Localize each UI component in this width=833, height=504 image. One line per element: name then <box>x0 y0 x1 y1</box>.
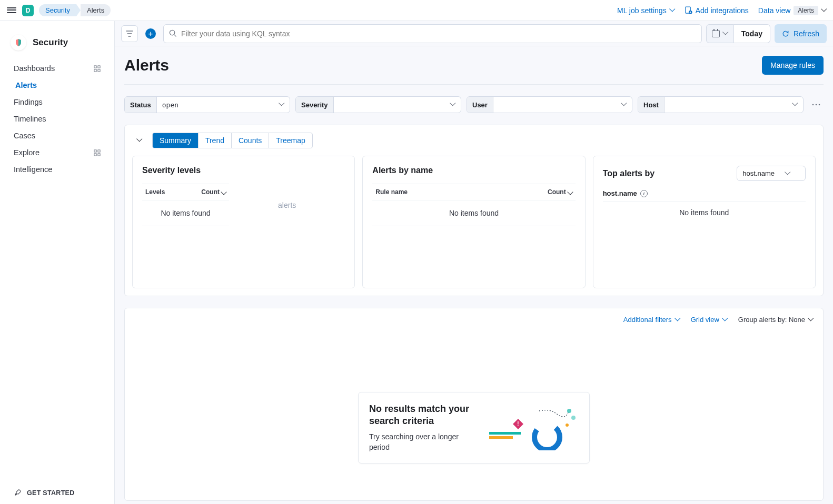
grid-icon <box>94 149 101 156</box>
user-filter[interactable]: User <box>467 96 632 113</box>
data-view-value: Alerts <box>794 6 818 15</box>
plus-circle-icon: + <box>145 28 156 39</box>
col-count-sort[interactable]: Count <box>548 188 572 196</box>
data-view-select[interactable]: Data view Alerts <box>758 6 827 15</box>
get-started-label: GET STARTED <box>27 489 75 497</box>
sidebar-item-timelines[interactable]: Timelines <box>0 110 114 127</box>
svg-rect-15 <box>489 436 513 439</box>
add-integrations-icon <box>685 6 692 14</box>
col-levels[interactable]: Levels <box>145 188 165 196</box>
filter-label-user: User <box>467 97 493 113</box>
chevron-down-icon <box>675 317 680 322</box>
date-quick-today[interactable]: Today <box>734 24 770 43</box>
sort-down-icon <box>222 190 226 194</box>
svg-point-10 <box>170 30 174 35</box>
sidebar-item-explore[interactable]: Explore <box>0 144 114 161</box>
ml-job-settings-link[interactable]: ML job settings <box>617 6 675 15</box>
severity-levels-card: Severity levels Levels Count <box>132 156 355 288</box>
tab-treemap[interactable]: Treemap <box>269 133 312 148</box>
add-integrations-label: Add integrations <box>696 6 749 15</box>
date-picker-button[interactable] <box>706 24 734 43</box>
filter-label-host: Host <box>638 97 665 113</box>
svg-rect-7 <box>98 149 100 152</box>
nav-menu-icon[interactable] <box>6 5 17 16</box>
svg-rect-2 <box>94 65 96 67</box>
grid-icon <box>94 65 101 72</box>
manage-rules-button[interactable]: Manage rules <box>762 56 824 75</box>
collapse-panel-button[interactable] <box>132 133 147 148</box>
empty-illustration: ! <box>489 403 579 445</box>
svg-rect-9 <box>98 153 100 155</box>
add-integrations-link[interactable]: Add integrations <box>685 6 749 15</box>
calendar-icon <box>712 30 720 37</box>
additional-filters-label: Additional filters <box>623 316 672 324</box>
sidebar-item-label: Dashboards <box>14 64 55 73</box>
empty-description: Try searching over a longer period <box>369 432 479 452</box>
chevron-down-icon <box>808 317 814 322</box>
chevron-down-icon <box>450 102 455 107</box>
filter-value-status: open <box>157 101 274 109</box>
empty-state-card: No results match your search criteria Tr… <box>358 392 590 463</box>
host-filter[interactable]: Host <box>638 96 804 113</box>
breadcrumb-alerts: Alerts <box>81 4 111 16</box>
no-items-text: No items found <box>372 200 575 226</box>
chart-placeholder-text: alerts <box>278 201 296 209</box>
sidebar-item-dashboards[interactable]: Dashboards <box>0 60 114 77</box>
severity-chart-placeholder: alerts <box>229 184 345 226</box>
sidebar-item-intelligence[interactable]: Intelligence <box>0 161 114 178</box>
sidebar-item-label: Cases <box>14 132 35 140</box>
page-title: Alerts <box>124 56 169 74</box>
severity-filter[interactable]: Severity <box>295 96 461 113</box>
sidebar-item-cases[interactable]: Cases <box>0 127 114 144</box>
sidebar-item-alerts[interactable]: Alerts <box>0 77 114 94</box>
chevron-down-icon <box>722 317 728 322</box>
svg-point-20 <box>566 424 569 427</box>
more-filters-button[interactable] <box>809 104 824 106</box>
sidebar-item-label: Explore <box>14 148 39 157</box>
info-icon[interactable]: i <box>640 190 648 197</box>
svg-rect-5 <box>98 69 100 71</box>
empty-title: No results match your search criteria <box>369 403 479 427</box>
additional-filters-dropdown[interactable]: Additional filters <box>623 316 680 324</box>
deployment-badge[interactable]: D <box>22 5 34 16</box>
svg-point-18 <box>567 409 571 413</box>
col-count-sort[interactable]: Count <box>201 188 226 196</box>
ml-job-settings-label: ML job settings <box>617 6 667 15</box>
chevron-down-icon <box>621 102 627 107</box>
refresh-label: Refresh <box>794 29 819 38</box>
sidebar-item-label: Intelligence <box>14 165 52 174</box>
top-by-select[interactable]: host.name <box>737 166 806 181</box>
top-alerts-card: Top alerts by host.name host.name i No i… <box>593 156 816 288</box>
sidebar-item-label: Timelines <box>14 115 46 123</box>
card-title: Top alerts by <box>603 169 654 178</box>
chevron-down-icon <box>670 8 675 13</box>
dots-icon <box>812 104 820 106</box>
svg-text:!: ! <box>517 420 519 427</box>
svg-point-17 <box>534 425 560 450</box>
refresh-button[interactable]: Refresh <box>775 24 827 43</box>
sidebar-item-label: Findings <box>14 98 43 106</box>
svg-point-12 <box>816 104 817 106</box>
filter-label-status: Status <box>125 97 157 113</box>
get-started-link[interactable]: GET STARTED <box>0 481 114 504</box>
chevron-down-icon <box>723 31 728 36</box>
kql-search-input[interactable] <box>181 29 696 38</box>
status-filter[interactable]: Status open <box>124 96 290 113</box>
filter-icon-button[interactable] <box>121 25 138 42</box>
col-rule-name[interactable]: Rule name <box>375 188 408 196</box>
tab-trend[interactable]: Trend <box>199 133 232 148</box>
tab-summary[interactable]: Summary <box>153 133 199 148</box>
add-filter-button[interactable]: + <box>142 25 159 42</box>
search-icon <box>169 29 177 37</box>
chevron-down-icon <box>785 171 790 176</box>
sidebar-item-findings[interactable]: Findings <box>0 94 114 110</box>
grid-view-dropdown[interactable]: Grid view <box>691 316 728 324</box>
kql-search-wrapper <box>163 24 702 43</box>
app-title-text: Security <box>33 37 68 48</box>
rocket-icon <box>14 489 22 497</box>
group-alerts-dropdown[interactable]: Group alerts by: None <box>738 316 814 324</box>
tab-counts[interactable]: Counts <box>232 133 269 148</box>
breadcrumb-security[interactable]: Security <box>39 4 81 16</box>
date-today-label: Today <box>741 29 762 38</box>
top-by-value: host.name <box>742 169 775 177</box>
